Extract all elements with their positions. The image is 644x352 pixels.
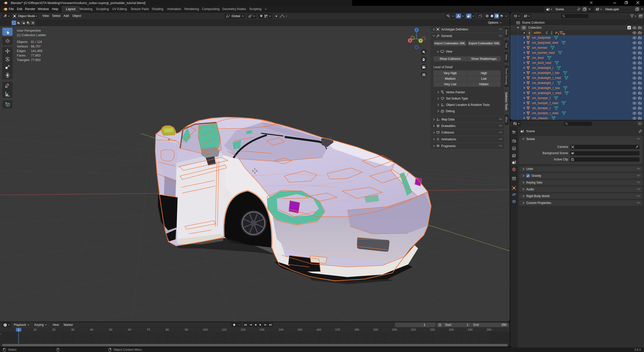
svg-text:Y: Y: [420, 39, 422, 42]
svg-text:Z: Z: [416, 29, 417, 31]
svg-text:X: X: [409, 39, 411, 42]
